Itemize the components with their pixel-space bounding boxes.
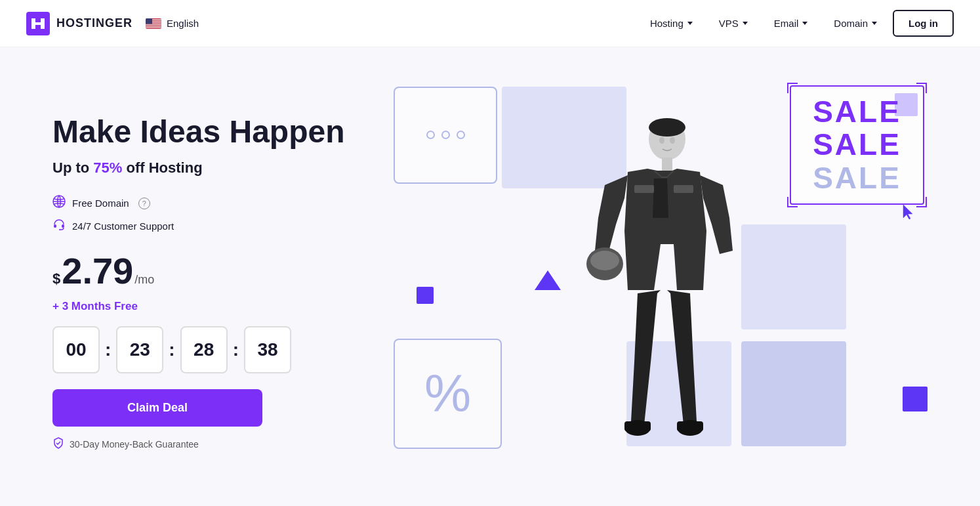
hero-section: Make Ideas Happen Up to 75% off Hosting …: [0, 47, 980, 506]
corner-tl: [787, 83, 798, 93]
svg-rect-22: [674, 185, 693, 193]
nav-email[interactable]: Email: [764, 12, 819, 34]
currency-sign: $: [52, 270, 60, 287]
person-svg: [562, 100, 759, 480]
sale-box: SALE SALE SALE: [790, 85, 924, 205]
sale-text-2: SALE: [813, 128, 901, 161]
svg-rect-5: [146, 24, 161, 24]
svg-point-23: [649, 118, 685, 137]
deco-triangle: [535, 270, 561, 290]
chevron-down-icon: [802, 22, 807, 25]
percent-symbol: %: [424, 368, 471, 420]
colon-separator: :: [169, 339, 174, 360]
nav-domain[interactable]: Domain: [823, 12, 888, 34]
headset-icon: [52, 218, 66, 234]
colon-separator: :: [105, 339, 111, 360]
nav-hosting[interactable]: Hosting: [640, 12, 703, 34]
login-button[interactable]: Log in: [893, 10, 954, 37]
nav-vps[interactable]: VPS: [708, 12, 758, 34]
months-free-label: + 3 Months Free: [52, 300, 367, 313]
browser-dot-1: [426, 131, 435, 139]
deco-square-purple-1: [417, 287, 434, 304]
cursor-icon: [901, 203, 916, 224]
help-icon[interactable]: ?: [138, 198, 150, 209]
subtitle: Up to 75% off Hosting: [52, 159, 367, 177]
sale-text-3: SALE: [813, 161, 901, 195]
chevron-down-icon: [872, 22, 877, 25]
browser-mockup: [394, 87, 497, 184]
feature-free-domain: Free Domain ?: [52, 195, 367, 211]
corner-br: [916, 197, 927, 207]
svg-rect-14: [662, 158, 672, 171]
person-figure: [562, 100, 759, 480]
logo[interactable]: HOSTINGER: [26, 12, 133, 35]
headline: Make Ideas Happen: [52, 115, 367, 150]
hero-visual: % SALE SALE SALE: [394, 74, 928, 480]
support-label: 24/7 Customer Support: [72, 221, 174, 232]
globe-icon: [52, 195, 66, 211]
feature-list: Free Domain ? 24/7 Customer Support: [52, 195, 367, 234]
lang-label: English: [167, 18, 199, 29]
guarantee-label: 30-Day Money-Back Guarantee: [70, 439, 199, 450]
browser-dot-2: [441, 131, 450, 139]
countdown-timer: 00 : 23 : 28 : 38: [52, 326, 367, 373]
hero-left: Make Ideas Happen Up to 75% off Hosting …: [52, 102, 367, 452]
svg-rect-10: [54, 224, 56, 228]
claim-deal-button[interactable]: Claim Deal: [52, 389, 262, 427]
logo-icon: [26, 12, 50, 35]
svg-rect-17: [677, 421, 703, 431]
countdown-hours: 00: [52, 326, 100, 373]
price-display: $ 2.79 /mo: [52, 253, 367, 289]
percent-box: %: [394, 339, 502, 449]
browser-dot-3: [457, 131, 465, 139]
svg-point-12: [59, 229, 60, 230]
svg-rect-11: [62, 224, 64, 228]
guarantee-text: 30-Day Money-Back Guarantee: [52, 437, 367, 452]
navbar-right: Hosting VPS Email Domain Log in: [640, 10, 954, 37]
svg-rect-8: [146, 18, 152, 24]
price-period: /mo: [134, 273, 154, 287]
chevron-down-icon: [687, 22, 693, 25]
chevron-down-icon: [743, 22, 748, 25]
countdown-frames: 38: [244, 326, 291, 373]
flag-icon: [146, 18, 161, 29]
countdown-minutes: 23: [116, 326, 163, 373]
svg-rect-7: [146, 27, 161, 28]
price-number: 2.79: [62, 253, 133, 289]
navbar: HOSTINGER English Hosting VPS: [0, 0, 980, 47]
navbar-left: HOSTINGER English: [26, 12, 199, 35]
feature-support: 24/7 Customer Support: [52, 218, 367, 234]
corner-bl: [787, 197, 798, 207]
countdown-seconds: 28: [180, 326, 228, 373]
language-selector[interactable]: English: [146, 18, 199, 29]
svg-rect-18: [624, 421, 651, 431]
svg-point-25: [670, 137, 675, 144]
svg-rect-6: [146, 26, 161, 26]
svg-point-20: [590, 251, 619, 270]
free-domain-label: Free Domain: [72, 198, 129, 209]
shield-icon: [52, 437, 64, 452]
colon-separator: :: [233, 339, 239, 360]
logo-text: HOSTINGER: [56, 16, 133, 30]
sale-text-1: SALE: [813, 95, 901, 129]
svg-point-24: [659, 137, 664, 144]
deco-square-purple-3: [903, 387, 928, 411]
corner-tr: [916, 83, 927, 93]
svg-rect-21: [634, 185, 654, 193]
price-section: $ 2.79 /mo: [52, 253, 367, 289]
